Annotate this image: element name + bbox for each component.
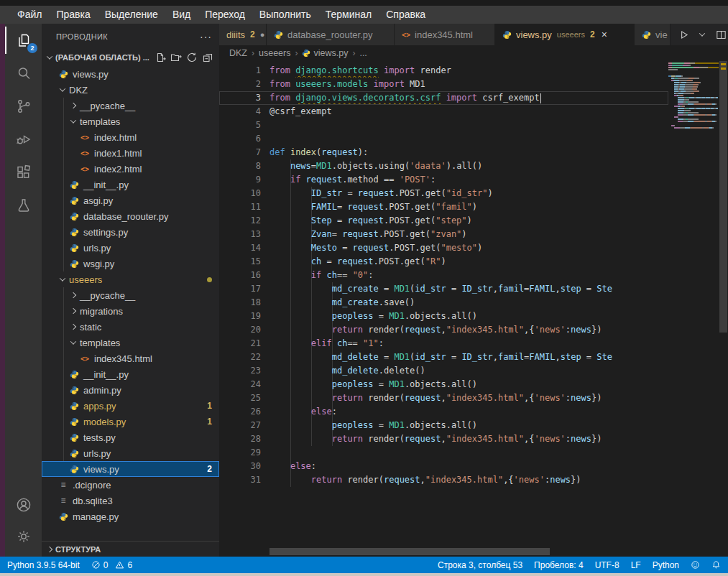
tree-item-views-py[interactable]: views.py [42,66,219,82]
workspace-label: (РАБОЧАЯ ОБЛАСТЬ) ... [55,53,149,62]
activity-explorer-button[interactable]: 2 [5,24,42,57]
tab-views[interactable]: views.pyuseeers2× [495,24,635,45]
line-number: 3 [219,91,261,105]
status-python-interpreter[interactable]: Python 3.9.5 64-bit [7,560,80,570]
tree-item-tests-py[interactable]: tests.py [42,429,219,445]
code-line-content [261,446,269,460]
line-number: 6 [219,132,261,146]
tree-item-static[interactable]: static [42,319,219,335]
status-notifications[interactable] [711,560,721,570]
code-line: 30 else: [219,460,668,473]
tree-item--dcignore[interactable]: ≡.dcignore [42,477,219,493]
outline-section-header[interactable]: СТРУКТУРА [42,541,219,557]
tree-item-index-html[interactable]: <>index.html [42,129,219,145]
tree-item-urls-py[interactable]: urls.py [42,445,219,461]
status-problems[interactable]: 06 [91,560,132,570]
tree-item-templates[interactable]: templates [42,113,219,129]
minimap[interactable] [668,62,719,129]
status-indentation[interactable]: Пробелов: 4 [534,560,584,570]
tab-database-roouter[interactable]: database_roouter.py [267,24,395,45]
sidebar-more-actions[interactable]: ··· [200,31,212,42]
tree-item-useeers[interactable]: useeers [42,271,219,287]
tree-item-models-py[interactable]: models.py1 [42,414,219,429]
tree-item-dkz[interactable]: DKZ [42,82,219,98]
activity-bar: 2 [5,24,42,557]
status-language-mode[interactable]: Python [653,560,679,570]
tab-index345[interactable]: <>index345.html [395,24,495,45]
tree-item-manage-py[interactable]: manage.py [42,508,219,524]
breadcrumb-item[interactable]: DKZ [229,48,247,58]
tree-item-settings-py[interactable]: settings.py [42,224,219,240]
tree-item-database-roouter-py[interactable]: database_roouter.py [42,208,219,224]
activity-extensions-button[interactable] [5,156,42,189]
tab-diiits[interactable]: diiits2● [219,24,267,45]
activity-run-debug-button[interactable] [5,123,42,156]
menu-item-run[interactable]: Выполнить [252,6,318,24]
code-line-content: md_create = MD1(id_str = ID_str,famil=FA… [261,282,612,296]
account-button[interactable] [5,489,42,521]
tab-views-partial[interactable]: vie [635,24,671,45]
menu-item-help[interactable]: Справка [379,6,433,24]
tree-item-urls-py[interactable]: urls.py [42,240,219,256]
new-folder-icon[interactable] [170,52,182,63]
menu-item-edit[interactable]: Правка [49,6,97,24]
collapse-folders-icon[interactable] [202,52,213,63]
file-icon [68,180,80,190]
split-editor-icon[interactable] [715,29,727,41]
menu-item-file[interactable]: Файл [10,6,49,24]
tree-item-db-sqlite3[interactable]: ≡db.sqlite3 [42,493,219,508]
tree-item--init-py[interactable]: __init__.py [42,366,219,382]
tree-item--pycache-[interactable]: __pycache__ [42,287,219,303]
new-file-icon[interactable] [155,52,166,63]
activity-source-control-button[interactable] [5,90,42,123]
tree-item-migrations[interactable]: migrations [42,303,219,319]
close-icon[interactable]: × [602,29,607,40]
minimap-line [668,75,719,77]
tree-item-wsgi-py[interactable]: wsgi.py [42,256,219,271]
tree-item-index2-html[interactable]: <>index2.html [42,161,219,177]
breadcrumb-item[interactable]: ... [359,48,367,58]
status-feedback[interactable] [691,560,700,570]
code-line-content: @csrf_exempt [261,105,332,119]
code-line-content: return render(request,"index345.html",{'… [261,473,581,487]
menu-item-view[interactable]: Вид [165,6,198,24]
menu-item-terminal[interactable]: Терминал [318,6,379,24]
tree-item-index345-html[interactable]: <>index345.html [42,350,219,366]
menu-item-go[interactable]: Переход [198,6,252,24]
refresh-icon[interactable] [186,52,198,63]
tree-item-label: __pycache__ [80,290,135,301]
tree-item-admin-py[interactable]: admin.py [42,382,219,398]
tree-item-views-py[interactable]: views.py2 [42,461,219,477]
status-encoding[interactable]: UTF-8 [595,560,619,570]
line-number: 28 [219,432,261,446]
tree-item-label: index345.html [94,353,152,364]
activity-testing-button[interactable] [5,189,42,222]
code-line: 8 news=MD1.objects.using('daata').all() [219,159,668,173]
notifications-bell-icon[interactable] [711,560,721,570]
tree-item-apps-py[interactable]: apps.py1 [42,398,219,414]
feedback-smiley-icon[interactable] [691,560,700,570]
settings-button[interactable] [5,521,42,552]
menu-item-selection[interactable]: Выделение [98,6,165,24]
chevron-down-icon[interactable] [699,30,705,36]
status-eol[interactable]: LF [631,560,641,570]
breadcrumb-item[interactable]: views.py [313,48,348,58]
tree-item-templates[interactable]: templates [42,335,219,350]
breadcrumb-item[interactable]: useeers [259,48,290,58]
tree-item-label: templates [80,338,120,348]
scrollbar-slider[interactable] [719,61,727,333]
code-area[interactable]: 1from django.shortcuts import render2fro… [219,61,728,557]
tree-item-asgi-py[interactable]: asgi.py [42,192,219,208]
code-line: 9 if request.method == 'POST': [219,173,668,187]
minimap-line [668,99,719,101]
run-icon[interactable] [678,29,690,41]
workspace-header[interactable]: (РАБОЧАЯ ОБЛАСТЬ) ... [42,49,219,66]
tree-item--pycache-[interactable]: __pycache__ [42,98,219,113]
breadcrumb[interactable]: DKZ›useeers›views.py›... [219,45,728,61]
tree-item--init-py[interactable]: __init__.py [42,177,219,192]
status-cursor-position[interactable]: Строка 3, столбец 53 [438,560,522,570]
vertical-scrollbar[interactable] [719,61,728,557]
tree-item-index1-html[interactable]: <>index1.html [42,145,219,161]
horizontal-scrollbar[interactable] [269,548,550,555]
activity-search-button[interactable] [5,57,42,90]
